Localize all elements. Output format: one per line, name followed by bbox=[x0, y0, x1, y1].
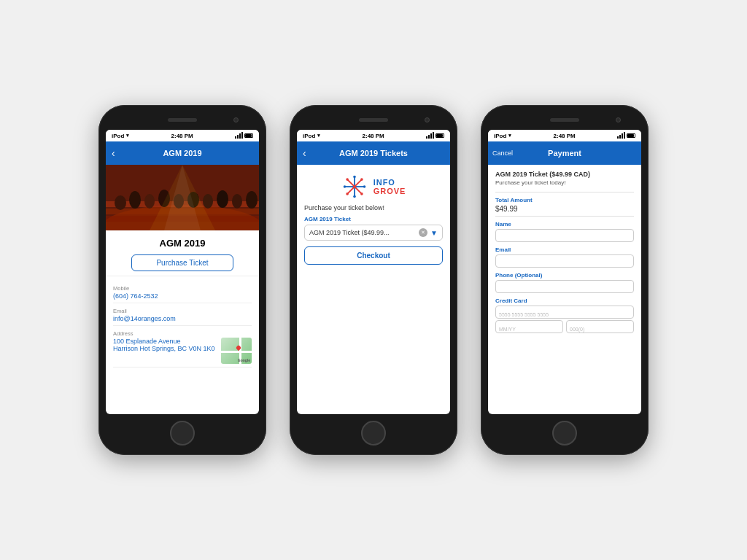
phone-speaker-2 bbox=[359, 118, 388, 122]
cc-bottom-row: MM/YY 000(0) bbox=[495, 320, 634, 333]
phone-top-bar-1 bbox=[106, 112, 259, 127]
email-label-1: Email bbox=[113, 308, 252, 314]
email-field-label: Email bbox=[495, 246, 634, 253]
phone-bottom-3 bbox=[488, 419, 641, 448]
svg-point-6 bbox=[129, 191, 141, 209]
phone-top-bar-2 bbox=[297, 112, 450, 127]
address-row: 100 Esplanade AvenueHarrison Hot Springs… bbox=[113, 338, 252, 368]
ticket-section: AGM 2019 Ticket AGM 2019 Ticket ($49.99.… bbox=[297, 216, 450, 271]
cc-number-input[interactable]: 5555 5555 5555 5555 bbox=[495, 306, 634, 319]
phone-input[interactable] bbox=[495, 280, 634, 293]
svg-point-33 bbox=[346, 192, 349, 195]
phone-speaker-3 bbox=[550, 118, 579, 122]
phone-2: iPod ▾ 2:48 PM ‹ bbox=[290, 105, 457, 455]
logo-section: INFO GROVE bbox=[297, 165, 450, 204]
name-input[interactable] bbox=[495, 229, 634, 242]
checkout-button[interactable]: Checkout bbox=[304, 246, 443, 265]
svg-line-24 bbox=[355, 179, 362, 187]
nav-bar-2: ‹ AGM 2019 Tickets bbox=[297, 141, 450, 165]
back-button-2[interactable]: ‹ bbox=[303, 147, 306, 159]
phone-screen-3: iPod ▾ 2:48 PM Ca bbox=[488, 130, 641, 414]
email-input[interactable] bbox=[495, 254, 634, 268]
ticket-select[interactable]: AGM 2019 Ticket ($49.99... ✕ ▼ bbox=[304, 225, 443, 241]
cc-cvv-input[interactable]: 000(0) bbox=[566, 320, 634, 333]
home-button-1[interactable] bbox=[170, 421, 195, 446]
svg-point-32 bbox=[360, 178, 363, 181]
status-time-2: 2:48 PM bbox=[363, 133, 384, 139]
nav-title-1: AGM 2019 bbox=[163, 149, 201, 158]
status-bar-3: iPod ▾ 2:48 PM bbox=[488, 130, 641, 141]
status-bar-1: iPod ▾ 2:48 PM bbox=[106, 130, 259, 141]
status-device-3: iPod bbox=[494, 133, 506, 139]
divider-2 bbox=[495, 216, 634, 217]
battery-fill-2 bbox=[436, 134, 443, 137]
phone-camera-3 bbox=[616, 117, 621, 122]
google-logo-text: Google bbox=[238, 358, 250, 362]
phone-1: iPod ▾ 2:48 PM ‹ bbox=[98, 105, 266, 455]
info-section-1: Mobile (604) 764-2532 Email info@14orang… bbox=[106, 276, 259, 372]
svg-point-12 bbox=[217, 190, 228, 208]
status-left-3: iPod ▾ bbox=[494, 133, 511, 139]
svg-point-5 bbox=[115, 195, 126, 210]
signal-bars-1 bbox=[235, 133, 243, 139]
credit-card-label: Credit Card bbox=[495, 298, 634, 304]
address-value: 100 Esplanade AvenueHarrison Hot Springs… bbox=[113, 338, 221, 352]
phone-screen-2: iPod ▾ 2:48 PM ‹ bbox=[297, 130, 450, 414]
svg-line-23 bbox=[355, 187, 362, 194]
phone-bottom-1 bbox=[106, 419, 259, 448]
ticket-select-value: AGM 2019 Ticket ($49.99... bbox=[309, 229, 419, 236]
select-arrow-icon[interactable]: ▼ bbox=[430, 229, 438, 237]
status-bar-2: iPod ▾ 2:48 PM bbox=[297, 130, 450, 141]
select-clear-icon[interactable]: ✕ bbox=[419, 228, 427, 237]
svg-point-13 bbox=[232, 194, 242, 209]
status-right-2 bbox=[426, 133, 444, 139]
status-device-1: iPod bbox=[112, 133, 124, 139]
purchase-ticket-button[interactable]: Purchase Ticket bbox=[131, 254, 233, 271]
payment-item-title: AGM 2019 Ticket ($49.99 CAD) bbox=[495, 171, 634, 178]
phone-camera-1 bbox=[233, 117, 239, 122]
email-value-1: info@14oranges.com bbox=[113, 315, 252, 326]
svg-line-25 bbox=[347, 187, 355, 194]
svg-point-28 bbox=[343, 185, 346, 188]
status-right-1 bbox=[235, 133, 253, 139]
home-button-2[interactable] bbox=[361, 421, 386, 446]
cc-expiry-input[interactable]: MM/YY bbox=[495, 320, 563, 333]
ticket-description: Purchase your ticket below! bbox=[297, 204, 450, 216]
battery-icon-1 bbox=[244, 133, 253, 138]
phone-3: iPod ▾ 2:48 PM Ca bbox=[481, 105, 649, 455]
home-button-3[interactable] bbox=[552, 421, 577, 446]
nav-title-2: AGM 2019 Tickets bbox=[339, 149, 408, 158]
phone-field-label: Phone (Optional) bbox=[495, 272, 634, 279]
logo-text-info: INFO bbox=[374, 178, 406, 187]
status-time-1: 2:48 PM bbox=[171, 133, 193, 139]
nav-bar-1: ‹ AGM 2019 bbox=[106, 141, 259, 165]
svg-point-29 bbox=[363, 185, 365, 188]
mobile-value: (604) 764-2532 bbox=[113, 292, 252, 303]
expiry-placeholder: MM/YY bbox=[496, 327, 519, 332]
total-amount-value: $49.99 bbox=[495, 205, 634, 213]
svg-point-27 bbox=[353, 195, 356, 198]
phones-container: iPod ▾ 2:48 PM ‹ bbox=[0, 90, 747, 470]
svg-point-26 bbox=[353, 176, 356, 179]
nav-title-3: Payment bbox=[548, 149, 581, 158]
phone-screen-1: iPod ▾ 2:48 PM ‹ bbox=[106, 130, 259, 414]
map-thumbnail[interactable]: Google bbox=[221, 338, 252, 364]
battery-fill-3 bbox=[627, 134, 634, 137]
svg-point-11 bbox=[203, 194, 213, 209]
logo-text-grove: GROVE bbox=[374, 187, 406, 195]
back-button-1[interactable]: ‹ bbox=[112, 147, 115, 159]
signal-bar-1 bbox=[235, 136, 236, 139]
event-image-1 bbox=[106, 165, 259, 230]
nav-bar-3: Cancel Payment bbox=[488, 141, 641, 165]
payment-content: AGM 2019 Ticket ($49.99 CAD) Purchase yo… bbox=[488, 165, 641, 414]
infogrove-logo-icon bbox=[341, 174, 368, 200]
phone-bottom-2 bbox=[297, 419, 450, 448]
audience-svg bbox=[106, 165, 259, 230]
cc-placeholder: 5555 5555 5555 5555 bbox=[496, 312, 551, 317]
phone-camera-2 bbox=[425, 117, 430, 122]
battery-icon-3 bbox=[627, 133, 635, 138]
svg-point-31 bbox=[360, 192, 363, 195]
status-right-3 bbox=[617, 133, 635, 139]
svg-point-14 bbox=[246, 191, 258, 209]
cancel-button[interactable]: Cancel bbox=[492, 149, 513, 157]
